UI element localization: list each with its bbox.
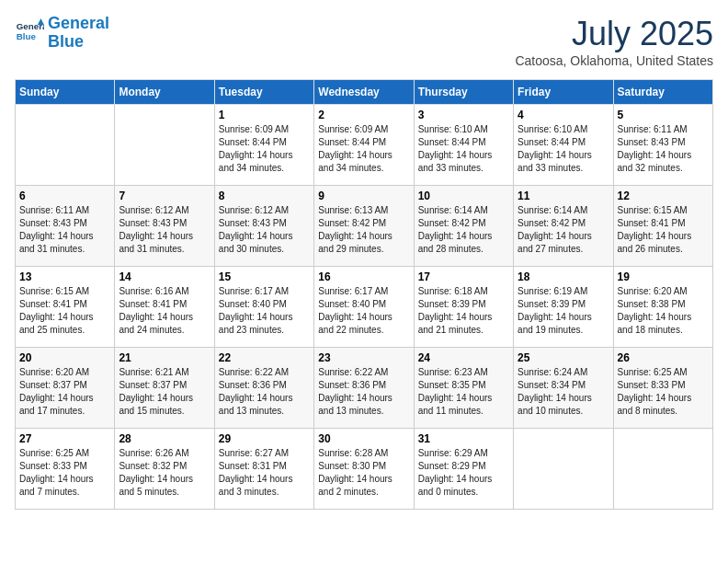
day-info: Sunrise: 6:29 AMSunset: 8:29 PMDaylight:… xyxy=(418,447,509,499)
day-info: Sunrise: 6:15 AMSunset: 8:41 PMDaylight:… xyxy=(19,285,110,337)
day-cell: 16Sunrise: 6:17 AMSunset: 8:40 PMDayligh… xyxy=(314,267,414,348)
day-info: Sunrise: 6:24 AMSunset: 8:34 PMDaylight:… xyxy=(518,366,609,418)
page-header: General Blue General Blue July 2025 Cato… xyxy=(15,15,713,68)
day-number: 14 xyxy=(119,270,210,283)
day-info: Sunrise: 6:11 AMSunset: 8:43 PMDaylight:… xyxy=(618,123,709,175)
logo-general: General xyxy=(48,14,109,32)
day-cell xyxy=(115,105,214,186)
day-cell: 30Sunrise: 6:28 AMSunset: 8:30 PMDayligh… xyxy=(314,429,414,510)
title-block: July 2025 Catoosa, Oklahoma, United Stat… xyxy=(515,15,713,68)
day-info: Sunrise: 6:25 AMSunset: 8:33 PMDaylight:… xyxy=(19,447,110,499)
day-number: 15 xyxy=(219,270,310,283)
day-info: Sunrise: 6:22 AMSunset: 8:36 PMDaylight:… xyxy=(318,366,409,418)
day-number: 21 xyxy=(119,351,210,364)
week-row-3: 13Sunrise: 6:15 AMSunset: 8:41 PMDayligh… xyxy=(16,267,713,348)
day-cell: 28Sunrise: 6:26 AMSunset: 8:32 PMDayligh… xyxy=(115,429,214,510)
day-info: Sunrise: 6:19 AMSunset: 8:39 PMDaylight:… xyxy=(518,285,609,337)
day-cell: 17Sunrise: 6:18 AMSunset: 8:39 PMDayligh… xyxy=(414,267,513,348)
day-number: 30 xyxy=(318,432,409,445)
day-cell: 6Sunrise: 6:11 AMSunset: 8:43 PMDaylight… xyxy=(16,186,115,267)
day-cell: 15Sunrise: 6:17 AMSunset: 8:40 PMDayligh… xyxy=(214,267,313,348)
day-cell: 13Sunrise: 6:15 AMSunset: 8:41 PMDayligh… xyxy=(16,267,115,348)
logo-text: General Blue xyxy=(48,15,109,52)
day-info: Sunrise: 6:20 AMSunset: 8:38 PMDaylight:… xyxy=(618,285,709,337)
weekday-header-thursday: Thursday xyxy=(414,80,513,105)
day-cell xyxy=(16,105,115,186)
day-number: 3 xyxy=(418,109,509,121)
weekday-header-wednesday: Wednesday xyxy=(314,80,414,105)
weekday-header-tuesday: Tuesday xyxy=(214,80,313,105)
day-cell: 14Sunrise: 6:16 AMSunset: 8:41 PMDayligh… xyxy=(115,267,214,348)
day-number: 11 xyxy=(518,190,609,202)
day-cell xyxy=(613,429,712,510)
day-number: 31 xyxy=(418,432,509,445)
day-info: Sunrise: 6:11 AMSunset: 8:43 PMDaylight:… xyxy=(19,204,110,256)
day-info: Sunrise: 6:10 AMSunset: 8:44 PMDaylight:… xyxy=(518,123,609,175)
day-info: Sunrise: 6:12 AMSunset: 8:43 PMDaylight:… xyxy=(119,204,210,256)
calendar-table: SundayMondayTuesdayWednesdayThursdayFrid… xyxy=(15,79,713,510)
day-info: Sunrise: 6:12 AMSunset: 8:43 PMDaylight:… xyxy=(219,204,310,256)
day-info: Sunrise: 6:28 AMSunset: 8:30 PMDaylight:… xyxy=(318,447,409,499)
logo: General Blue General Blue xyxy=(15,15,109,52)
day-info: Sunrise: 6:10 AMSunset: 8:44 PMDaylight:… xyxy=(418,123,509,175)
day-info: Sunrise: 6:17 AMSunset: 8:40 PMDaylight:… xyxy=(318,285,409,337)
day-number: 20 xyxy=(19,351,110,364)
day-info: Sunrise: 6:20 AMSunset: 8:37 PMDaylight:… xyxy=(19,366,110,418)
day-cell: 11Sunrise: 6:14 AMSunset: 8:42 PMDayligh… xyxy=(514,186,613,267)
day-info: Sunrise: 6:14 AMSunset: 8:42 PMDaylight:… xyxy=(518,204,609,256)
month-title: July 2025 xyxy=(515,15,713,53)
day-cell: 29Sunrise: 6:27 AMSunset: 8:31 PMDayligh… xyxy=(214,429,313,510)
weekday-header-sunday: Sunday xyxy=(16,80,115,105)
day-cell: 20Sunrise: 6:20 AMSunset: 8:37 PMDayligh… xyxy=(16,348,115,429)
day-cell: 12Sunrise: 6:15 AMSunset: 8:41 PMDayligh… xyxy=(613,186,712,267)
day-info: Sunrise: 6:25 AMSunset: 8:33 PMDaylight:… xyxy=(618,366,709,418)
day-info: Sunrise: 6:17 AMSunset: 8:40 PMDaylight:… xyxy=(219,285,310,337)
day-number: 22 xyxy=(219,351,310,364)
weekday-header-friday: Friday xyxy=(514,80,613,105)
day-info: Sunrise: 6:09 AMSunset: 8:44 PMDaylight:… xyxy=(219,123,310,175)
day-info: Sunrise: 6:26 AMSunset: 8:32 PMDaylight:… xyxy=(119,447,210,499)
svg-text:Blue: Blue xyxy=(17,31,37,41)
day-number: 12 xyxy=(618,190,709,202)
day-cell: 4Sunrise: 6:10 AMSunset: 8:44 PMDaylight… xyxy=(514,105,613,186)
day-number: 23 xyxy=(318,351,409,364)
day-info: Sunrise: 6:15 AMSunset: 8:41 PMDaylight:… xyxy=(618,204,709,256)
day-cell: 31Sunrise: 6:29 AMSunset: 8:29 PMDayligh… xyxy=(414,429,513,510)
day-number: 26 xyxy=(618,351,709,364)
day-number: 6 xyxy=(19,190,110,202)
day-number: 16 xyxy=(318,270,409,283)
day-number: 5 xyxy=(618,109,709,121)
day-cell: 7Sunrise: 6:12 AMSunset: 8:43 PMDaylight… xyxy=(115,186,214,267)
day-info: Sunrise: 6:16 AMSunset: 8:41 PMDaylight:… xyxy=(119,285,210,337)
day-number: 25 xyxy=(518,351,609,364)
day-cell: 10Sunrise: 6:14 AMSunset: 8:42 PMDayligh… xyxy=(414,186,513,267)
week-row-4: 20Sunrise: 6:20 AMSunset: 8:37 PMDayligh… xyxy=(16,348,713,429)
day-cell: 27Sunrise: 6:25 AMSunset: 8:33 PMDayligh… xyxy=(16,429,115,510)
day-number: 4 xyxy=(518,109,609,121)
day-cell: 25Sunrise: 6:24 AMSunset: 8:34 PMDayligh… xyxy=(514,348,613,429)
day-cell: 5Sunrise: 6:11 AMSunset: 8:43 PMDaylight… xyxy=(613,105,712,186)
day-cell: 8Sunrise: 6:12 AMSunset: 8:43 PMDaylight… xyxy=(214,186,313,267)
week-row-2: 6Sunrise: 6:11 AMSunset: 8:43 PMDaylight… xyxy=(16,186,713,267)
day-cell: 9Sunrise: 6:13 AMSunset: 8:42 PMDaylight… xyxy=(314,186,414,267)
day-number: 1 xyxy=(219,109,310,121)
day-number: 10 xyxy=(418,190,509,202)
day-number: 18 xyxy=(518,270,609,283)
day-cell: 2Sunrise: 6:09 AMSunset: 8:44 PMDaylight… xyxy=(314,105,414,186)
day-info: Sunrise: 6:21 AMSunset: 8:37 PMDaylight:… xyxy=(119,366,210,418)
day-cell: 26Sunrise: 6:25 AMSunset: 8:33 PMDayligh… xyxy=(613,348,712,429)
day-number: 17 xyxy=(418,270,509,283)
day-info: Sunrise: 6:18 AMSunset: 8:39 PMDaylight:… xyxy=(418,285,509,337)
weekday-header-row: SundayMondayTuesdayWednesdayThursdayFrid… xyxy=(16,80,713,105)
day-number: 28 xyxy=(119,432,210,445)
day-cell xyxy=(514,429,613,510)
day-number: 2 xyxy=(318,109,409,121)
location-subtitle: Catoosa, Oklahoma, United States xyxy=(515,53,713,68)
day-number: 24 xyxy=(418,351,509,364)
day-info: Sunrise: 6:14 AMSunset: 8:42 PMDaylight:… xyxy=(418,204,509,256)
day-number: 13 xyxy=(19,270,110,283)
day-info: Sunrise: 6:23 AMSunset: 8:35 PMDaylight:… xyxy=(418,366,509,418)
day-cell: 23Sunrise: 6:22 AMSunset: 8:36 PMDayligh… xyxy=(314,348,414,429)
day-number: 8 xyxy=(219,190,310,202)
day-info: Sunrise: 6:22 AMSunset: 8:36 PMDaylight:… xyxy=(219,366,310,418)
